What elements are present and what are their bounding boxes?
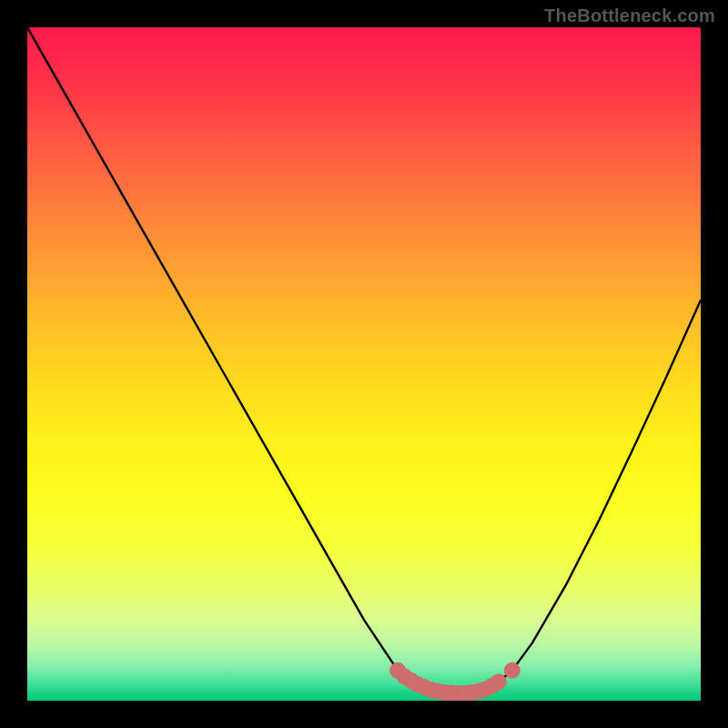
watermark-text: TheBottleneck.com bbox=[544, 5, 715, 26]
highlight-markers bbox=[390, 662, 521, 701]
marker-dot bbox=[504, 662, 520, 678]
plot-area bbox=[27, 27, 701, 701]
chart-svg bbox=[27, 27, 701, 701]
chart-frame: TheBottleneck.com bbox=[0, 0, 728, 728]
marker-dot bbox=[491, 674, 507, 690]
bottleneck-curve bbox=[27, 27, 701, 693]
